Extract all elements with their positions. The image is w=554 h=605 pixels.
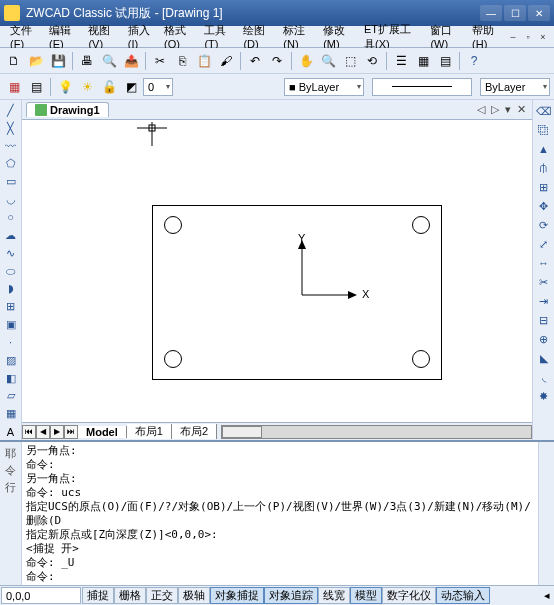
status-捕捉[interactable]: 捕捉 — [82, 587, 114, 604]
mdi-close-button[interactable]: × — [536, 31, 550, 43]
tab-next-icon[interactable]: ▷ — [489, 103, 501, 116]
status-极轴[interactable]: 极轴 — [178, 587, 210, 604]
coord-readout[interactable]: 0,0,0 — [1, 587, 81, 604]
point-icon[interactable]: · — [2, 334, 20, 351]
cut-icon[interactable]: ✂ — [150, 51, 170, 71]
ellipse-icon[interactable]: ⬭ — [2, 263, 20, 280]
scale-icon[interactable]: ⤢ — [535, 235, 553, 253]
layerstate-icon[interactable]: ▤ — [26, 77, 46, 97]
mirror-icon[interactable]: ▲ — [535, 140, 553, 158]
circle-icon[interactable]: ○ — [2, 209, 20, 226]
rectangle-icon[interactable]: ▭ — [2, 173, 20, 190]
close-button[interactable]: ✕ — [528, 5, 550, 21]
xline-icon[interactable]: ╳ — [2, 120, 20, 137]
lightbulb-icon[interactable]: 💡 — [55, 77, 75, 97]
ellipsearc-icon[interactable]: ◗ — [2, 280, 20, 297]
lock-icon[interactable]: 🔓 — [99, 77, 119, 97]
copy2-icon[interactable]: ⿻ — [535, 121, 553, 139]
paste-icon[interactable]: 📋 — [194, 51, 214, 71]
extend-icon[interactable]: ⇥ — [535, 292, 553, 310]
help-icon[interactable]: ? — [464, 51, 484, 71]
mdi-min-button[interactable]: – — [506, 31, 520, 43]
hscrollbar[interactable] — [221, 425, 532, 439]
preview-icon[interactable]: 🔍 — [99, 51, 119, 71]
toolpalette-icon[interactable]: ▤ — [435, 51, 455, 71]
tab-layout2[interactable]: 布局2 — [172, 424, 217, 439]
new-icon[interactable]: 🗋 — [4, 51, 24, 71]
arc-icon[interactable]: ◡ — [2, 191, 20, 208]
tab-model[interactable]: Model — [78, 426, 127, 438]
hatch-icon[interactable]: ▨ — [2, 352, 20, 369]
save-icon[interactable]: 💾 — [48, 51, 68, 71]
color-icon[interactable]: ◩ — [121, 77, 141, 97]
line-icon[interactable]: ╱ — [2, 102, 20, 119]
matchprop-icon[interactable]: 🖌 — [216, 51, 236, 71]
sun-icon[interactable]: ☀ — [77, 77, 97, 97]
tab-first-icon[interactable]: ⏮ — [22, 425, 36, 439]
status-正交[interactable]: 正交 — [146, 587, 178, 604]
linetype-combo[interactable] — [372, 78, 472, 96]
undo-icon[interactable]: ↶ — [245, 51, 265, 71]
stretch-icon[interactable]: ↔ — [535, 254, 553, 272]
tab-menu-icon[interactable]: ▾ — [503, 103, 513, 116]
insert-icon[interactable]: ⊞ — [2, 298, 20, 315]
region-icon[interactable]: ▱ — [2, 388, 20, 405]
copy-icon[interactable]: ⎘ — [172, 51, 192, 71]
tab-last-icon[interactable]: ⏭ — [64, 425, 78, 439]
mdi-restore-button[interactable]: ▫ — [521, 31, 535, 43]
array-icon[interactable]: ⊞ — [535, 178, 553, 196]
command-text[interactable]: 另一角点: 命令: 另一角点: 命令: ucs 指定UCS的原点(O)/面(F)… — [22, 442, 538, 585]
status-动态输入[interactable]: 动态输入 — [436, 587, 490, 604]
status-线宽[interactable]: 线宽 — [318, 587, 350, 604]
status-menu-icon[interactable]: ◂ — [540, 586, 554, 605]
spline-icon[interactable]: ∿ — [2, 245, 20, 262]
revcloud-icon[interactable]: ☁ — [2, 227, 20, 244]
explode-icon[interactable]: ✸ — [535, 387, 553, 405]
print-icon[interactable]: 🖶 — [77, 51, 97, 71]
offset-icon[interactable]: ⫛ — [535, 159, 553, 177]
fillet-icon[interactable]: ◟ — [535, 368, 553, 386]
color-combo[interactable]: ■ ByLayer — [284, 78, 364, 96]
mtext-icon[interactable]: A — [2, 423, 20, 440]
open-icon[interactable]: 📂 — [26, 51, 46, 71]
block-icon[interactable]: ▣ — [2, 316, 20, 333]
zoom-window-icon[interactable]: ⬚ — [340, 51, 360, 71]
designcenter-icon[interactable]: ▦ — [413, 51, 433, 71]
zoom-prev-icon[interactable]: ⟲ — [362, 51, 382, 71]
chamfer-icon[interactable]: ◣ — [535, 349, 553, 367]
rotate-icon[interactable]: ⟳ — [535, 216, 553, 234]
break-icon[interactable]: ⊟ — [535, 311, 553, 329]
erase-icon[interactable]: ⌫ — [535, 102, 553, 120]
move-icon[interactable]: ✥ — [535, 197, 553, 215]
cmd-pin-icon[interactable]: 耶 — [5, 446, 16, 461]
zoom-realtime-icon[interactable]: 🔍 — [318, 51, 338, 71]
tab-fwd-icon[interactable]: ▶ — [50, 425, 64, 439]
layer-combo[interactable]: 0 — [143, 78, 173, 96]
tab-back-icon[interactable]: ◀ — [36, 425, 50, 439]
redo-icon[interactable]: ↷ — [267, 51, 287, 71]
properties-icon[interactable]: ☰ — [391, 51, 411, 71]
publish-icon[interactable]: 📤 — [121, 51, 141, 71]
trim-icon[interactable]: ✂ — [535, 273, 553, 291]
join-icon[interactable]: ⊕ — [535, 330, 553, 348]
status-栅格[interactable]: 栅格 — [114, 587, 146, 604]
layerprop-icon[interactable]: ▦ — [4, 77, 24, 97]
tab-layout1[interactable]: 布局1 — [127, 424, 172, 439]
tab-close-icon[interactable]: ✕ — [515, 103, 528, 116]
status-模型[interactable]: 模型 — [350, 587, 382, 604]
gradient-icon[interactable]: ◧ — [2, 370, 20, 387]
pline-icon[interactable]: 〰 — [2, 138, 20, 155]
polygon-icon[interactable]: ⬠ — [2, 156, 20, 173]
drawing-canvas[interactable]: X Y — [22, 120, 532, 422]
maximize-button[interactable]: ☐ — [504, 5, 526, 21]
lineweight-combo[interactable]: ByLayer — [480, 78, 550, 96]
tab-prev-icon[interactable]: ◁ — [475, 103, 487, 116]
table-icon[interactable]: ▦ — [2, 405, 20, 422]
doc-tab-active[interactable]: Drawing1 — [26, 102, 109, 117]
pan-icon[interactable]: ✋ — [296, 51, 316, 71]
status-对象捕捉[interactable]: 对象捕捉 — [210, 587, 264, 604]
cmd-vscrollbar[interactable] — [538, 442, 554, 585]
status-对象追踪[interactable]: 对象追踪 — [264, 587, 318, 604]
status-数字化仪[interactable]: 数字化仪 — [382, 587, 436, 604]
minimize-button[interactable]: — — [480, 5, 502, 21]
